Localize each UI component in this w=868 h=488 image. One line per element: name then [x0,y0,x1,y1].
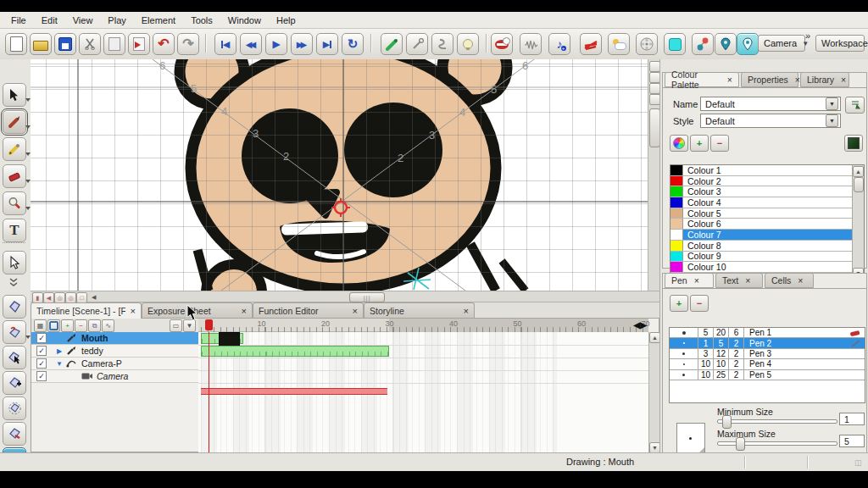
close-icon[interactable]: × [464,306,469,316]
current-drawing-cell[interactable] [219,332,240,347]
colour-row[interactable]: Colour 10 [670,262,864,273]
add-layer-button[interactable]: + [61,319,74,332]
layer-expander[interactable]: ▶ [53,347,65,355]
close-icon[interactable]: × [694,275,699,286]
toolbar-overflow-chevron[interactable]: » [805,30,810,41]
palette-fill-button[interactable] [844,135,863,152]
slider-track[interactable] [717,419,837,424]
bulb-teal-button[interactable] [737,33,759,55]
tween-select-tool-button[interactable] [3,346,26,369]
scroll-up-arrow[interactable]: ▲ [853,166,864,177]
redo-button[interactable]: ↷ [177,33,199,55]
remove-layer-button[interactable]: − [75,319,87,332]
add-pen-button[interactable]: + [670,295,688,312]
palette-style-combo[interactable]: Default ▼ [700,114,841,128]
remove-colour-button[interactable]: − [710,135,729,152]
pen-row[interactable]: 10102Pen 4 [670,359,865,369]
text-tool-button[interactable]: T [3,219,26,242]
slider-handle[interactable] [736,437,745,451]
close-icon[interactable]: × [745,275,750,286]
colour-row[interactable]: Colour 2 [670,176,864,187]
tween-shape-tool-button[interactable] [3,295,26,319]
first-frame-button[interactable]: ◀ [214,33,236,55]
timeline-vscrollbar[interactable]: ▲ ▼ [648,332,659,453]
duplicate-layer-button[interactable]: ⧉ [88,319,101,332]
slider-track[interactable] [717,441,837,446]
close-icon[interactable]: × [242,306,247,316]
canvas-hscroll-thumb[interactable]: ||| [349,292,385,302]
close-icon[interactable]: × [798,275,803,286]
layer-visibility-checkbox[interactable]: ✓ [36,371,47,381]
camera-select[interactable]: Camera ▼ [758,35,805,52]
loop-button[interactable]: ↻ [342,33,364,55]
tween-add-tool-button[interactable] [3,371,26,395]
lipsync-button[interactable] [491,33,513,55]
menu-view[interactable]: View [65,14,101,27]
slider-value[interactable]: 5 [839,435,865,447]
import-button[interactable] [128,33,150,55]
menu-help[interactable]: Help [269,14,303,27]
tab-library[interactable]: Library× [800,72,849,87]
tab-cells[interactable]: Cells× [765,273,814,288]
colour-list-scrollbar[interactable]: ▲ ▼ [852,165,864,280]
select-outline-tool-button[interactable] [3,251,26,274]
tab-storyline[interactable]: Storyline× [364,302,475,318]
scroll-thumb[interactable] [854,177,864,192]
prev-frame-button[interactable]: ◀◀ [240,33,262,55]
colour-row[interactable]: Colour 5 [670,208,864,219]
menu-tools[interactable]: Tools [183,14,220,27]
colour-row[interactable]: Colour 6 [670,219,864,230]
tab-text[interactable]: Text× [715,273,763,288]
brush-tool-button[interactable] [3,110,26,134]
left-arrow-icon[interactable]: ◀ [92,294,96,301]
layer-expander[interactable]: ▼ [53,360,65,368]
layer-row-teddy[interactable]: ✓▶teddy [31,345,198,358]
tween-remove-tool-button[interactable] [3,422,26,446]
timeline-mode-button[interactable]: ▦ [34,319,47,332]
resize-columns-icon[interactable]: ◀▶ [634,320,647,330]
pen-table[interactable]: 5206Pen 1152Pen 23122Pen 310102Pen 41025… [669,327,865,403]
colour-row[interactable]: Colour 3 [670,186,864,197]
canvas-vertical-scrollbar[interactable] [648,59,659,291]
pen-row[interactable]: 3122Pen 3 [670,349,865,359]
next-frame-button[interactable]: ▶▶ [291,33,313,55]
drawing-canvas[interactable]: 6543265432 [31,59,648,291]
music-note-button[interactable]: ♪+ [548,33,570,55]
layer-row-camera[interactable]: ✓Camera [31,370,198,383]
pen-outline-button[interactable] [406,33,428,55]
tab-timeline-scene-frame-[interactable]: Timeline [Scene-1] - [Frame 2]× [31,302,142,319]
undo-button[interactable]: ↶ [153,33,175,55]
colour-row[interactable]: Colour 4 [670,197,864,208]
playhead-line[interactable] [209,332,209,453]
pen-green-button[interactable] [381,33,403,55]
close-icon[interactable]: × [727,75,732,85]
pencil-tool-button[interactable] [3,137,26,161]
collapse-tools-icon[interactable] [9,278,18,288]
workspace-select[interactable]: Workspace ▼ [815,35,865,52]
colour-row[interactable]: Colour 8 [670,241,864,252]
zoom-tool-button[interactable] [3,191,26,215]
waveform-button[interactable] [520,33,542,55]
menu-file[interactable]: File [3,14,34,27]
add-colour-button[interactable]: + [690,135,709,152]
menu-element[interactable]: Element [134,14,183,27]
node-colors-button[interactable] [692,33,714,55]
colour-row[interactable]: Colour 7 [670,230,864,241]
menu-edit[interactable]: Edit [34,14,65,27]
bulb-button[interactable] [457,33,479,55]
layer-row-camera-p[interactable]: ✓▼Camera-P [31,358,198,370]
rope-button[interactable] [431,33,453,55]
scribble-button[interactable] [580,33,602,55]
close-icon[interactable]: × [353,306,358,316]
last-frame-button[interactable]: ▶ [316,33,338,55]
play-button[interactable]: ▶ [265,33,287,55]
resize-grip[interactable]: ◫ [854,458,862,467]
save-button[interactable] [54,33,76,55]
tab-colour-palette[interactable]: Colour Palette× [665,72,739,87]
tween-dashed-tool-button[interactable] [3,396,26,420]
timeline-frame-ruler[interactable]: 10203040506070 ◀▶ [198,319,648,332]
new-button[interactable] [5,33,27,55]
pen-row[interactable]: 152Pen 2 [670,338,865,348]
colour-list[interactable]: Colour 1Colour 2Colour 3Colour 4Colour 5… [670,164,865,282]
playhead-marker[interactable] [205,319,213,330]
